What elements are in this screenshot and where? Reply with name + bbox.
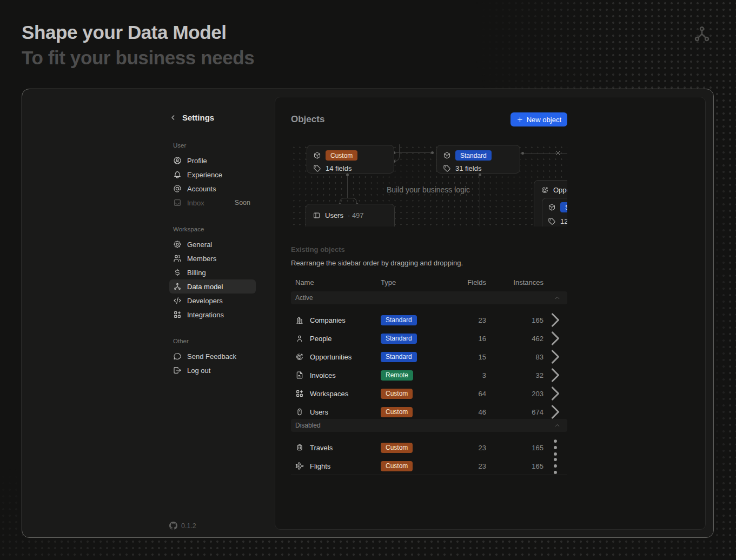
sidebar-item-log-out[interactable]: Log out xyxy=(169,363,256,377)
fields-count: 23 xyxy=(451,316,486,324)
object-row-companies[interactable]: Companies Standard 23 165 xyxy=(291,308,567,326)
standard-badge: Standard xyxy=(455,150,492,161)
tag-icon xyxy=(548,217,556,225)
sidebar-item-developers[interactable]: Developers xyxy=(169,294,256,308)
object-name-cell: Workspaces xyxy=(291,389,381,398)
luggage-icon xyxy=(295,443,304,452)
apps-icon xyxy=(295,389,304,398)
sidebar-item-label: Experience xyxy=(187,171,222,179)
settings-back-button[interactable]: Settings xyxy=(169,112,256,123)
group-label: Disabled xyxy=(295,422,321,429)
instances-count: 165 xyxy=(486,462,543,470)
sidebar-item-label: Profile xyxy=(187,157,207,165)
fields-count: 23 xyxy=(451,444,486,452)
objects-table: Name Type Fields Instances Active Compan… xyxy=(291,274,567,475)
diagram-card-custom[interactable]: Custom 14 fields xyxy=(307,145,394,174)
cube-icon xyxy=(313,151,321,159)
group-label: Active xyxy=(295,294,313,302)
page-subtitle: To fit your business needs xyxy=(22,45,254,70)
bell-icon xyxy=(173,170,182,179)
new-object-label: New object xyxy=(527,116,561,124)
connector-dot xyxy=(479,174,481,176)
diagram-card-users[interactable]: Users · 497 xyxy=(306,204,395,226)
sidebar-item-data-model[interactable]: Data model xyxy=(169,279,256,294)
fields-count: 64 xyxy=(451,390,486,398)
chevron-up-icon xyxy=(554,422,561,429)
diagram-caption: Build your business logic xyxy=(387,185,470,194)
field-count: 31 fields xyxy=(455,164,481,172)
row-open-button[interactable] xyxy=(543,400,567,424)
message-icon xyxy=(173,352,182,361)
object-row-users[interactable]: Users Custom 46 674 xyxy=(291,400,567,418)
github-icon xyxy=(169,522,177,530)
object-name: Workspaces xyxy=(310,390,348,398)
at-icon xyxy=(173,184,182,193)
object-name-cell: Invoices xyxy=(291,371,381,379)
fields-count: 15 xyxy=(451,353,486,361)
soon-badge: Soon xyxy=(235,199,250,206)
sidebar-item-send-feedback[interactable]: Send Feedback xyxy=(169,349,256,363)
object-diagram: Custom 14 fields Standard xyxy=(291,144,567,226)
table-groups: Active Companies Standard 23 165 People … xyxy=(291,291,567,475)
sidebar-item-billing[interactable]: Billing xyxy=(169,265,256,279)
object-row-flights[interactable]: Flights Custom 23 165 xyxy=(291,454,567,472)
group-header-active[interactable]: Active xyxy=(291,291,567,304)
sidebar-item-inbox[interactable]: Inbox Soon xyxy=(169,196,256,210)
dollar-icon xyxy=(173,268,182,277)
object-type-cell: Custom xyxy=(381,442,451,453)
connector-dot xyxy=(521,152,524,155)
sidebar-item-integrations[interactable]: Integrations xyxy=(169,308,256,322)
object-row-opportunities[interactable]: Opportunities Standard 15 83 xyxy=(291,345,567,363)
object-row-workspaces[interactable]: Workspaces Custom 64 203 xyxy=(291,382,567,400)
sidebar-section-items: Send Feedback Log out xyxy=(169,349,256,377)
sidebar-sections: User Profile Experience Accounts Inbox S… xyxy=(169,142,256,377)
settings-title: Settings xyxy=(182,113,214,122)
fields-count: 16 xyxy=(451,335,486,343)
type-badge: Custom xyxy=(381,389,413,399)
instances-count: 203 xyxy=(486,390,543,398)
diagram-card-standard[interactable]: Standard 31 fields xyxy=(436,145,520,174)
object-row-people[interactable]: People Standard 16 462 xyxy=(291,326,567,345)
tag-icon xyxy=(443,164,451,172)
tag-icon xyxy=(313,164,321,172)
content-column: Objects New object xyxy=(291,97,567,475)
sidebar-item-profile[interactable]: Profile xyxy=(169,154,256,168)
instances-count: 165 xyxy=(486,316,543,324)
chevron-left-icon xyxy=(169,114,177,122)
field-count: 14 fields xyxy=(326,164,352,172)
group-header-disabled[interactable]: Disabled xyxy=(291,419,567,432)
object-row-travels[interactable]: Travels Custom 23 165 xyxy=(291,436,567,454)
sidebar-item-experience[interactable]: Experience xyxy=(169,168,256,182)
opportunity-details: Standard 12 fields xyxy=(542,198,567,226)
custom-badge: Custom xyxy=(326,150,357,161)
object-type-cell: Custom xyxy=(381,406,451,417)
page-title: Shape your Data Model xyxy=(22,19,254,45)
field-count: 12 fields xyxy=(560,217,567,225)
sidebar-item-label: Data model xyxy=(187,283,223,291)
target-icon xyxy=(541,186,549,194)
logout-icon xyxy=(173,366,182,375)
column-fields: Fields xyxy=(451,278,486,286)
x-marker-icon xyxy=(554,149,562,157)
sidebar-item-general[interactable]: General xyxy=(169,237,256,251)
object-type-cell: Standard xyxy=(381,333,451,344)
settings-content-panel: Objects New object xyxy=(275,97,706,530)
hero-header: Shape your Data Model To fit your busine… xyxy=(22,19,254,70)
object-name: Users xyxy=(325,211,343,219)
users-icon xyxy=(173,254,182,263)
sidebar-item-accounts[interactable]: Accounts xyxy=(169,182,256,196)
new-object-button[interactable]: New object xyxy=(510,112,567,126)
connector-line xyxy=(347,174,348,198)
fields-count: 46 xyxy=(451,408,486,416)
sidebar-item-members[interactable]: Members xyxy=(169,251,256,265)
diagram-card-opportunities[interactable]: Opportunities Standard 12 fields xyxy=(534,180,567,226)
cube-icon xyxy=(548,203,556,211)
group-rows: Companies Standard 23 165 People Standar… xyxy=(291,304,567,418)
fields-count: 23 xyxy=(451,462,486,470)
sidebar-item-label: Billing xyxy=(187,269,206,277)
sidebar-section-items: Profile Experience Accounts Inbox Soon xyxy=(169,154,256,210)
row-menu-button[interactable] xyxy=(543,454,567,478)
building-icon xyxy=(295,316,304,324)
object-row-invoices[interactable]: Invoices Remote 3 32 xyxy=(291,363,567,382)
sidebar-section-label: Workspace xyxy=(169,226,256,234)
